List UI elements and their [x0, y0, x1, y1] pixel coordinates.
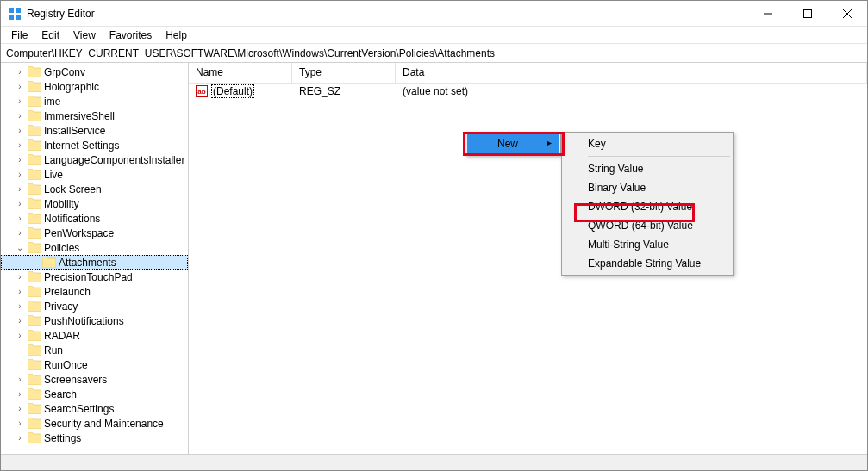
tree-item-label: Settings [44, 432, 81, 444]
tree-expander-icon[interactable]: › [15, 126, 25, 135]
tree-expander-icon[interactable]: › [15, 184, 25, 194]
folder-icon [28, 286, 41, 297]
tree-expander-icon[interactable]: › [15, 96, 25, 106]
context-menu[interactable]: New▸ [465, 132, 561, 156]
menu-help[interactable]: Help [159, 28, 194, 43]
minimize-button[interactable] [748, 1, 788, 27]
folder-icon [28, 242, 41, 253]
tree-item-installservice[interactable]: ›InstallService [1, 123, 188, 138]
tree-item-prelaunch[interactable]: ›Prelaunch [1, 284, 188, 299]
tree-item-radar[interactable]: ›RADAR [1, 328, 188, 343]
tree-item-label: Internet Settings [44, 139, 119, 152]
tree-expander-icon[interactable]: › [15, 140, 25, 150]
folder-icon [28, 374, 41, 385]
col-header-data[interactable]: Data [396, 63, 867, 83]
context-menu-item-key[interactable]: Key [564, 134, 731, 153]
tree-item-run[interactable]: Run [1, 343, 188, 357]
tree-item-grpconv[interactable]: ›GrpConv [1, 65, 188, 79]
tree-expander-icon[interactable]: › [15, 404, 25, 413]
tree-expander-icon[interactable]: › [15, 389, 25, 399]
tree-item-languagecomponentsinstaller[interactable]: ›LanguageComponentsInstaller [1, 152, 188, 167]
tree-item-immersiveshell[interactable]: ›ImmersiveShell [1, 108, 188, 123]
close-button[interactable] [827, 1, 867, 27]
list-row[interactable]: ab(Default)REG_SZ(value not set) [189, 84, 867, 99]
tree-item-search[interactable]: ›Search [1, 387, 188, 401]
col-header-type[interactable]: Type [292, 63, 396, 83]
menu-view[interactable]: View [66, 28, 103, 43]
tree-expander-icon[interactable]: › [15, 199, 25, 208]
context-menu-item-new[interactable]: New▸ [467, 134, 559, 153]
folder-icon [28, 125, 41, 136]
window-controls [748, 1, 867, 27]
maximize-button[interactable] [788, 1, 827, 27]
context-menu-item-qword-64-bit-value[interactable]: QWORD (64-bit) Value [564, 216, 731, 235]
context-menu-item-expandable-string-value[interactable]: Expandable String Value [564, 254, 731, 273]
tree-expander-icon[interactable]: › [15, 331, 25, 340]
context-menu-item-binary-value[interactable]: Binary Value [564, 178, 731, 197]
context-submenu-new[interactable]: KeyString ValueBinary ValueDWORD (32-bit… [561, 132, 734, 276]
registry-tree[interactable]: ›GrpConv›Holographic›ime›ImmersiveShell›… [1, 63, 189, 454]
tree-item-internet-settings[interactable]: ›Internet Settings [1, 138, 188, 152]
tree-expander-icon[interactable]: › [15, 214, 25, 223]
registry-editor-icon [8, 7, 22, 21]
value-name: (Default) [211, 84, 254, 98]
folder-icon [28, 139, 41, 151]
tree-expander-icon[interactable]: › [15, 418, 25, 428]
col-header-name[interactable]: Name [189, 63, 292, 83]
tree-item-label: RADAR [44, 330, 80, 342]
tree-expander-icon[interactable]: › [15, 316, 25, 325]
tree-expander-icon[interactable]: › [15, 433, 25, 443]
tree-item-live[interactable]: ›Live [1, 167, 188, 182]
context-menu-item-label: Multi-String Value [588, 239, 669, 251]
tree-expander-icon[interactable]: › [15, 301, 25, 311]
tree-item-label: Holographic [44, 81, 99, 93]
context-menu-item-label: QWORD (64-bit) Value [588, 220, 693, 232]
address-bar[interactable]: Computer\HKEY_CURRENT_USER\SOFTWARE\Micr… [1, 44, 867, 63]
tree-expander-icon[interactable]: › [15, 287, 25, 296]
tree-item-penworkspace[interactable]: ›PenWorkspace [1, 226, 188, 240]
folder-icon [28, 432, 41, 443]
folder-icon [28, 154, 41, 165]
folder-icon [28, 271, 41, 282]
tree-item-runonce[interactable]: RunOnce [1, 357, 188, 372]
menu-edit[interactable]: Edit [34, 28, 66, 43]
tree-expander-icon[interactable]: › [15, 155, 25, 164]
tree-expander-icon[interactable]: ⌄ [15, 243, 25, 252]
context-menu-item-dword-32-bit-value[interactable]: DWORD (32-bit) Value [564, 197, 731, 216]
tree-item-privacy[interactable]: ›Privacy [1, 299, 188, 313]
tree-item-searchsettings[interactable]: ›SearchSettings [1, 401, 188, 416]
menu-bar: File Edit View Favorites Help [1, 27, 867, 44]
context-menu-item-label: Key [588, 138, 606, 150]
tree-item-label: Live [44, 169, 63, 181]
tree-item-label: Policies [44, 242, 79, 254]
tree-expander-icon[interactable]: › [15, 170, 25, 179]
tree-item-notifications[interactable]: ›Notifications [1, 211, 188, 226]
tree-item-pushnotifications[interactable]: ›PushNotifications [1, 313, 188, 328]
svg-rect-2 [9, 15, 14, 20]
folder-icon [28, 198, 41, 209]
tree-item-lock-screen[interactable]: ›Lock Screen [1, 182, 188, 196]
tree-item-attachments[interactable]: Attachments [1, 255, 188, 270]
tree-expander-icon[interactable]: › [15, 228, 25, 238]
tree-expander-icon[interactable]: › [15, 375, 25, 384]
tree-expander-icon[interactable]: › [15, 111, 25, 121]
tree-item-security-and-maintenance[interactable]: ›Security and Maintenance [1, 416, 188, 431]
menu-file[interactable]: File [4, 28, 34, 43]
tree-item-ime[interactable]: ›ime [1, 94, 188, 108]
tree-item-mobility[interactable]: ›Mobility [1, 196, 188, 211]
tree-item-policies[interactable]: ⌄Policies [1, 240, 188, 255]
tree-expander-icon[interactable]: › [15, 272, 25, 282]
folder-icon [28, 96, 41, 107]
folder-icon [28, 403, 41, 414]
tree-item-holographic[interactable]: ›Holographic [1, 79, 188, 94]
tree-expander-icon[interactable]: › [15, 67, 25, 77]
context-menu-item-multi-string-value[interactable]: Multi-String Value [564, 235, 731, 254]
tree-expander-icon[interactable]: › [15, 82, 25, 91]
tree-item-precisiontouchpad[interactable]: ›PrecisionTouchPad [1, 270, 188, 284]
tree-item-screensavers[interactable]: ›Screensavers [1, 372, 188, 387]
tree-item-label: RunOnce [44, 359, 88, 371]
menu-favorites[interactable]: Favorites [103, 28, 159, 43]
tree-item-label: Lock Screen [44, 183, 102, 195]
tree-item-settings[interactable]: ›Settings [1, 431, 188, 445]
context-menu-item-string-value[interactable]: String Value [564, 159, 731, 178]
